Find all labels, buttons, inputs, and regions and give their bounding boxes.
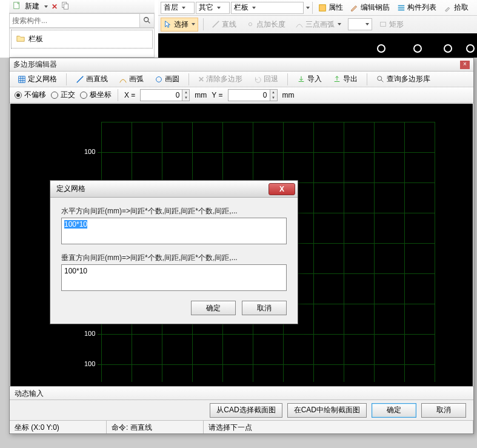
pencil-icon — [350, 4, 359, 12]
list-icon — [397, 4, 405, 12]
svg-rect-8 — [398, 7, 405, 8]
h-spacing-label: 水平方向间距(mm)=>间距*个数,间距,间距*个数,间距,... — [61, 206, 287, 216]
svg-line-5 — [147, 21, 150, 24]
arc-icon — [295, 20, 304, 28]
member-list-button[interactable]: 构件列表 — [394, 1, 439, 15]
y-label: Y = — [212, 91, 222, 99]
v-spacing-label: 垂直方向间距(mm)=>间距*个数,间距,间距*个数,间距,... — [61, 253, 287, 263]
viewport-marker — [377, 44, 385, 53]
tree-item-lanban[interactable]: 栏板 — [11, 30, 153, 48]
no-offset-radio[interactable]: 不偏移 — [15, 90, 46, 100]
search-input[interactable] — [10, 15, 139, 26]
combo-member[interactable]: 栏板 — [231, 2, 304, 14]
point-icon — [246, 20, 255, 28]
new-dropdown-caret[interactable] — [44, 5, 48, 8]
mm-label-2: mm — [282, 91, 295, 99]
svg-point-15 — [378, 76, 382, 80]
viewport-marker — [466, 44, 475, 53]
copy-icon[interactable] — [61, 1, 70, 12]
h-spacing-input[interactable]: 100*10 — [61, 218, 287, 244]
draw-line-button[interactable]: 画直线 — [73, 72, 111, 86]
x-spinner[interactable]: ▲▼ — [182, 89, 190, 101]
export-icon — [333, 75, 341, 84]
grid-label: 100 — [84, 360, 95, 367]
cursor-icon — [164, 20, 172, 28]
define-grid-dialog: 定义网格 X 水平方向间距(mm)=>间距*个数,间距,间距*个数,间距,...… — [50, 180, 298, 324]
x-icon: ✕ — [198, 75, 204, 84]
svg-rect-7 — [398, 5, 405, 6]
arc3-button[interactable]: 三点画弧 — [292, 18, 344, 32]
in-cad-button[interactable]: 在CAD中绘制截面图 — [287, 403, 367, 418]
clear-poly-button[interactable]: ✕清除多边形 — [195, 72, 245, 86]
define-grid-button[interactable]: 定义网格 — [15, 72, 60, 86]
dialog-cancel-button[interactable]: 取消 — [242, 301, 287, 315]
dialog-ok-button[interactable]: 确定 — [191, 301, 236, 315]
combo-other[interactable]: 其它 — [196, 2, 230, 14]
pick-button[interactable]: 拾取 — [441, 1, 472, 15]
export-button[interactable]: 导出 — [330, 72, 361, 86]
tree-item-label: 栏板 — [28, 34, 43, 44]
folder-icon — [16, 34, 25, 44]
y-spinner[interactable]: ▲▼ — [270, 89, 278, 101]
line-button[interactable]: 直线 — [208, 18, 239, 32]
combo-small[interactable] — [348, 18, 372, 30]
attr-button[interactable]: 属性 — [315, 1, 346, 15]
rect-button[interactable]: 矩形 — [376, 18, 407, 32]
search-button[interactable] — [139, 14, 154, 27]
svg-line-16 — [381, 79, 384, 82]
svg-point-11 — [249, 22, 252, 25]
delete-icon[interactable]: ✕ — [52, 2, 58, 11]
line-icon — [212, 20, 220, 28]
from-cad-button[interactable]: 从CAD选择截面图 — [210, 403, 282, 418]
import-button[interactable]: 导入 — [294, 72, 325, 86]
editor-title: 多边形编辑器 — [13, 59, 57, 70]
undo-button[interactable]: 回退 — [250, 72, 281, 86]
ptlen-button[interactable]: 点加长度 — [243, 18, 289, 32]
status-coord: 坐标 (X:0 Y:0) — [10, 421, 107, 433]
circle-icon — [155, 75, 163, 84]
svg-rect-12 — [381, 22, 386, 27]
draw-circle-button[interactable]: 画圆 — [152, 72, 182, 86]
combo-floor[interactable]: 首层 — [161, 2, 195, 14]
ortho-radio[interactable]: 正交 — [51, 90, 75, 100]
grid-label: 100 — [84, 148, 95, 155]
svg-rect-3 — [64, 4, 68, 9]
editor-close-button[interactable]: × — [460, 61, 470, 69]
select-button[interactable]: 选择 — [161, 18, 198, 32]
svg-rect-9 — [398, 9, 405, 10]
search-icon — [376, 75, 385, 84]
combo-extra-caret[interactable] — [306, 7, 310, 9]
dialog-title: 定义网格 — [56, 184, 85, 194]
polar-radio[interactable]: 极坐标 — [80, 90, 112, 100]
undo-icon — [253, 75, 262, 84]
new-button[interactable]: 新建 — [25, 1, 39, 12]
search-icon — [143, 16, 152, 25]
svg-point-14 — [156, 76, 162, 82]
status-command: 命令: 画直线 — [107, 421, 204, 433]
x-input[interactable] — [140, 89, 182, 101]
rect-icon — [379, 20, 387, 28]
x-label: X = — [124, 91, 135, 99]
viewport-marker — [444, 44, 452, 53]
grid-icon — [18, 75, 26, 84]
viewport-marker — [413, 44, 422, 53]
arc-icon — [119, 75, 127, 84]
svg-rect-6 — [319, 4, 326, 11]
edit-rebar-button[interactable]: 编辑钢筋 — [347, 1, 393, 15]
dialog-close-button[interactable]: X — [269, 183, 295, 195]
svg-line-13 — [77, 76, 84, 82]
y-input[interactable] — [228, 89, 270, 101]
mm-label: mm — [195, 91, 207, 99]
draw-arc-button[interactable]: 画弧 — [116, 72, 147, 86]
query-lib-button[interactable]: 查询多边形库 — [373, 72, 433, 86]
svg-line-10 — [213, 21, 219, 28]
editor-cancel-button[interactable]: 取消 — [421, 403, 466, 418]
dropper-icon — [444, 4, 452, 12]
status-hint: 请选择下一点 — [204, 421, 473, 433]
line-icon — [76, 75, 84, 84]
editor-ok-button[interactable]: 确定 — [372, 403, 416, 418]
dynamic-input-label: 动态输入 — [10, 386, 473, 400]
attr-icon — [318, 4, 327, 12]
v-spacing-input[interactable]: 100*10 — [61, 264, 287, 291]
grid-label: 100 — [84, 330, 95, 337]
